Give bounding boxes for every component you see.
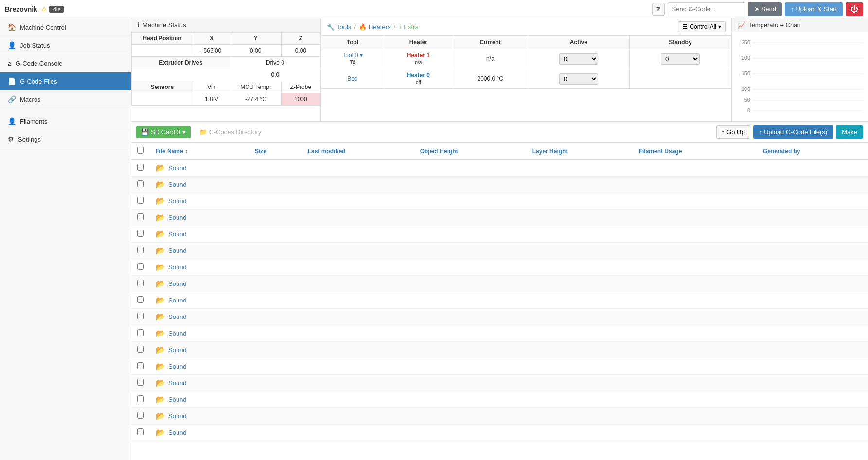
file-checkbox[interactable] xyxy=(137,247,144,253)
file-name-cell[interactable]: 📂 Sound xyxy=(156,362,243,371)
file-name[interactable]: Sound xyxy=(168,264,187,271)
sidebar-item-job-status[interactable]: 👤 Job Status xyxy=(0,36,131,54)
heater0-sub: off xyxy=(416,80,421,85)
file-object-height xyxy=(414,276,527,292)
file-name-cell[interactable]: 📂 Sound xyxy=(156,329,243,338)
file-name[interactable]: Sound xyxy=(168,247,187,254)
file-checkbox[interactable] xyxy=(137,362,144,369)
col-filename[interactable]: File Name ↕ xyxy=(150,143,249,159)
bed-link[interactable]: Bed xyxy=(347,75,357,82)
file-name[interactable]: Sound xyxy=(168,412,187,420)
file-name-cell[interactable]: 📂 Sound xyxy=(156,279,243,288)
file-name-cell[interactable]: 📂 Sound xyxy=(156,312,243,321)
file-name-cell[interactable]: 📂 Sound xyxy=(156,345,243,354)
file-name-cell[interactable]: 📂 Sound xyxy=(156,395,243,404)
temp-chart-panel: 📈 Temperature Chart 250 200 150 100 50 0 xyxy=(732,18,868,121)
estop-button[interactable]: ⏻ xyxy=(846,2,863,16)
upload-gcode-icon: ↑ xyxy=(759,128,762,136)
file-name[interactable]: Sound xyxy=(168,346,187,354)
file-name-cell[interactable]: 📂 Sound xyxy=(156,296,243,305)
file-name[interactable]: Sound xyxy=(168,197,187,205)
folder-icon: 📂 xyxy=(156,378,165,388)
file-checkbox[interactable] xyxy=(137,428,144,435)
make-button[interactable]: Make xyxy=(836,125,863,139)
file-modified xyxy=(302,342,414,358)
sidebar-item-machine-control[interactable]: 🏠 Machine Control xyxy=(0,18,131,36)
upload-gcode-button[interactable]: ↑ Upload G-Code File(s) xyxy=(753,125,833,139)
gcode-input[interactable] xyxy=(668,2,745,16)
send-button[interactable]: ➤ Send xyxy=(748,2,782,16)
control-all-button[interactable]: ☰ Control All ▾ xyxy=(678,21,726,32)
file-checkbox[interactable] xyxy=(137,263,144,270)
file-filament xyxy=(633,276,757,292)
file-object-height xyxy=(414,391,527,408)
file-name-cell[interactable]: 📂 Sound xyxy=(156,163,243,173)
file-modified xyxy=(302,276,414,292)
file-name-cell[interactable]: 📂 Sound xyxy=(156,180,243,189)
file-modified xyxy=(302,325,414,342)
col-active: Active xyxy=(528,36,629,49)
file-checkbox[interactable] xyxy=(137,379,144,386)
active0-select[interactable]: 0 xyxy=(559,53,598,65)
help-button[interactable]: ? xyxy=(652,3,665,16)
sidebar-item-filaments[interactable]: 👤 Filaments xyxy=(0,112,131,130)
file-name[interactable]: Sound xyxy=(168,429,187,436)
file-name[interactable]: Sound xyxy=(168,280,187,287)
file-name-cell[interactable]: 📂 Sound xyxy=(156,246,243,255)
sd-card-button[interactable]: 💾 SD Card 0 ▾ xyxy=(136,126,191,138)
file-checkbox[interactable] xyxy=(137,280,144,286)
heaters-link[interactable]: Heaters xyxy=(369,23,391,31)
sidebar-item-gcode-files[interactable]: 📄 G-Code Files xyxy=(0,72,131,90)
svg-text:150: 150 xyxy=(742,71,750,76)
file-size xyxy=(249,325,302,342)
file-name-cell[interactable]: 📂 Sound xyxy=(156,263,243,272)
file-name[interactable]: Sound xyxy=(168,164,187,172)
file-name[interactable]: Sound xyxy=(168,330,187,337)
upload-start-button[interactable]: ↑ Upload & Start xyxy=(785,2,843,16)
table-row: 📂 Sound xyxy=(131,177,868,193)
file-checkbox[interactable] xyxy=(137,346,144,353)
active1-select[interactable]: 0 xyxy=(559,73,598,85)
file-name-cell[interactable]: 📂 Sound xyxy=(156,213,243,222)
file-name-cell[interactable]: 📂 Sound xyxy=(156,411,243,421)
file-name-cell[interactable]: 📂 Sound xyxy=(156,428,243,437)
file-checkbox[interactable] xyxy=(137,164,144,171)
file-name[interactable]: Sound xyxy=(168,363,187,370)
file-checkbox[interactable] xyxy=(137,313,144,319)
file-filament xyxy=(633,193,757,210)
file-checkbox[interactable] xyxy=(137,412,144,419)
file-name[interactable]: Sound xyxy=(168,230,187,238)
file-name[interactable]: Sound xyxy=(168,181,187,188)
file-checkbox[interactable] xyxy=(137,180,144,187)
file-checkbox[interactable] xyxy=(137,230,144,237)
file-checkbox[interactable] xyxy=(137,329,144,336)
file-size xyxy=(249,309,302,325)
sidebar-item-gcode-console[interactable]: ≥ G-Code Console xyxy=(0,54,131,72)
file-name-cell[interactable]: 📂 Sound xyxy=(156,378,243,388)
sidebar-item-settings[interactable]: ⚙ Settings xyxy=(0,130,131,148)
sidebar-item-macros[interactable]: 🔗 Macros xyxy=(0,90,131,108)
file-checkbox[interactable] xyxy=(137,213,144,220)
tools-link[interactable]: Tools xyxy=(337,23,351,31)
mcu-label: MCU Temp. xyxy=(230,81,281,93)
file-modified xyxy=(302,210,414,226)
file-name[interactable]: Sound xyxy=(168,214,187,221)
sidebar-label-settings: Settings xyxy=(18,136,41,143)
folder-icon: 📂 xyxy=(156,163,165,173)
extra-link[interactable]: + Extra xyxy=(398,23,419,31)
col-standby: Standby xyxy=(629,36,731,49)
go-up-button[interactable]: ↑ Go Up xyxy=(716,125,750,139)
file-name-cell[interactable]: 📂 Sound xyxy=(156,230,243,239)
file-checkbox[interactable] xyxy=(137,296,144,303)
file-name[interactable]: Sound xyxy=(168,396,187,403)
file-name[interactable]: Sound xyxy=(168,297,187,304)
tool0-link[interactable]: Tool 0 ▾ xyxy=(342,52,362,59)
table-row: 📂 Sound xyxy=(131,408,868,425)
select-all-checkbox[interactable] xyxy=(137,147,144,154)
standby0-select[interactable]: 0 xyxy=(661,53,700,65)
file-checkbox[interactable] xyxy=(137,395,144,402)
file-checkbox[interactable] xyxy=(137,197,144,204)
file-name[interactable]: Sound xyxy=(168,379,187,387)
file-name[interactable]: Sound xyxy=(168,313,187,320)
file-name-cell[interactable]: 📂 Sound xyxy=(156,196,243,206)
